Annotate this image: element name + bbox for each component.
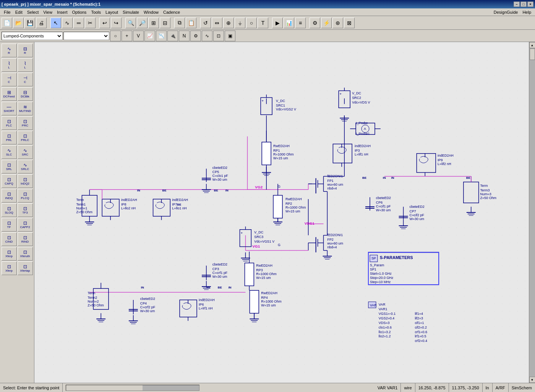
title-bar-controls[interactable]: – □ ×: [514, 2, 533, 7]
zoom-in-button[interactable]: 🔍: [125, 18, 136, 28]
delete-button[interactable]: ✂: [85, 18, 96, 28]
sidebar-item-l1[interactable]: ⌇ L: [2, 58, 17, 72]
scroll-track[interactable]: [529, 48, 535, 377]
sidebar-item-srlc[interactable]: ∿ SRLC: [18, 160, 33, 173]
comp-name-btn[interactable]: N: [179, 31, 190, 41]
print-button[interactable]: 🖨: [36, 18, 47, 28]
menu-cadence[interactable]: Cadence: [161, 9, 182, 15]
rotate-button[interactable]: ↺: [200, 18, 211, 28]
sidebar-item-cind[interactable]: ⊡ CIND: [2, 232, 17, 246]
sidebar-item-dcblk[interactable]: ⊟ DCBlk: [18, 87, 33, 101]
sidebar-item-prlc[interactable]: ⊡ PRLC: [18, 131, 33, 144]
sidebar-item-rind[interactable]: ⊡ RIND: [18, 232, 33, 246]
simulate-button[interactable]: ▶: [272, 18, 283, 28]
restore-button[interactable]: □: [520, 2, 527, 7]
menu-window[interactable]: Window: [141, 9, 161, 15]
data-display-button[interactable]: 📊: [284, 18, 294, 28]
menu-view[interactable]: View: [41, 9, 55, 15]
close-button[interactable]: ×: [527, 2, 533, 7]
scroll-down-button[interactable]: ▼: [529, 377, 535, 383]
open-button[interactable]: 📂: [13, 18, 24, 28]
sidebar-item-prl[interactable]: ⊡ PRL: [2, 131, 17, 144]
schematic-svg[interactable]: V_DC SRC1 Vdc=VGS2 V + V_DC SRC2 Vdc=VDS…: [34, 42, 529, 383]
redo-button[interactable]: ↪: [111, 18, 122, 28]
zoom-out-button[interactable]: 🔎: [137, 18, 148, 28]
sidebar-item-indq2[interactable]: ⊡ InDQ2: [18, 174, 33, 188]
sidebar-item-dcfeed[interactable]: ⊞ DCFeed: [2, 87, 17, 101]
comp-var-btn[interactable]: V: [133, 31, 144, 41]
comp-gear-btn[interactable]: ⚙: [190, 31, 201, 41]
sidebar-item-r1[interactable]: ∿ R: [2, 44, 17, 57]
sidebar-item-srl[interactable]: ⊡ SRL: [2, 160, 17, 173]
inductor2-icon: ⌇: [24, 61, 26, 66]
status-bar: Select: Enter the starting point VAR VAR…: [0, 383, 535, 392]
text-button[interactable]: T: [258, 18, 268, 28]
sidebar-item-c2[interactable]: ⊣ C: [18, 73, 33, 86]
bus-button[interactable]: ═: [73, 18, 84, 28]
select-button[interactable]: ↖: [50, 18, 61, 28]
zoom-region-button[interactable]: ⊟: [160, 18, 170, 28]
scroll-up-button[interactable]: ▲: [529, 42, 535, 48]
menu-designguide[interactable]: DesignGuide: [491, 9, 520, 15]
tool2-button[interactable]: ⚡: [321, 18, 332, 28]
minimize-button[interactable]: –: [514, 2, 520, 7]
sidebar-item-indq[interactable]: ⊡ INDQ: [2, 189, 17, 202]
sidebar-item-prc[interactable]: ⊡ PRC: [18, 116, 33, 130]
menu-simulate[interactable]: Simulate: [120, 9, 141, 15]
sidebar-item-xfertap[interactable]: ⊡ Xfertap: [18, 261, 33, 275]
menu-tools[interactable]: Tools: [89, 9, 103, 15]
sidebar-item-plcq[interactable]: ⊡ PLCQ: [18, 189, 33, 202]
new-button[interactable]: 📄: [2, 18, 12, 28]
netlist-button[interactable]: ≡: [295, 18, 306, 28]
sidebar-item-capq[interactable]: ⊡ CAPQ: [2, 174, 17, 188]
comp-wave-btn[interactable]: ∿: [202, 31, 212, 41]
ground-button[interactable]: ⏚: [235, 18, 245, 28]
scroll-thumb[interactable]: [530, 49, 535, 60]
copy-button[interactable]: ⧉: [174, 18, 185, 28]
subcategory-select[interactable]: [63, 32, 109, 40]
vertical-scrollbar[interactable]: ▲ ▼: [529, 42, 535, 383]
save-button[interactable]: 💾: [24, 18, 35, 28]
comp-plot-btn[interactable]: 📉: [156, 31, 167, 41]
wire-button[interactable]: ∿: [62, 18, 73, 28]
sidebar-item-xferp[interactable]: ⊡ Xferp: [2, 247, 17, 261]
zoom-fit-button[interactable]: ⊞: [148, 18, 159, 28]
component-button[interactable]: ⊕: [223, 18, 234, 28]
sidebar-item-xferuth[interactable]: ⊡ Xferuth: [18, 247, 33, 261]
category-select[interactable]: Lumped-Components: [2, 32, 63, 40]
sidebar-item-l2[interactable]: ⌇ L: [18, 58, 33, 72]
port-button[interactable]: ○: [246, 18, 257, 28]
mirror-button[interactable]: ⇔: [212, 18, 222, 28]
menu-help[interactable]: Help: [520, 9, 533, 15]
tool1-button[interactable]: ⚙: [310, 18, 320, 28]
sidebar-item-tf[interactable]: ⊡ TF: [2, 218, 17, 232]
schematic-canvas[interactable]: V_DC SRC1 Vdc=VGS2 V + V_DC SRC2 Vdc=VDS…: [34, 42, 529, 383]
menu-layout[interactable]: Layout: [103, 9, 120, 15]
comp-draw-btn[interactable]: ○: [110, 31, 121, 41]
comp-wire-btn[interactable]: +: [122, 31, 132, 41]
menu-options[interactable]: Options: [70, 9, 89, 15]
sidebar-item-r2[interactable]: ⊟ R: [18, 44, 33, 57]
menu-insert[interactable]: Insert: [55, 9, 70, 15]
menu-edit[interactable]: Edit: [13, 9, 25, 15]
sidebar-item-plc[interactable]: ⊡ PLC: [2, 116, 17, 130]
sidebar-item-slc[interactable]: ∿ SLC: [2, 145, 17, 159]
sidebar-item-capp2[interactable]: ⊡ CAPP2: [18, 218, 33, 232]
sidebar-item-short[interactable]: — SHORT: [2, 102, 17, 115]
sidebar-item-sloq[interactable]: ⊡ SLOQ: [2, 203, 17, 217]
sidebar-item-xferp2[interactable]: ⊡ Xferp: [2, 261, 17, 275]
comp-scope-btn[interactable]: ⊡: [213, 31, 224, 41]
comp-chip-btn[interactable]: ▣: [225, 31, 235, 41]
menu-file[interactable]: File: [2, 9, 13, 15]
comp-chart-btn[interactable]: 📈: [144, 31, 155, 41]
menu-select[interactable]: Select: [25, 9, 41, 15]
sidebar-item-src[interactable]: ∿ SRC: [18, 145, 33, 159]
sidebar-item-mutind[interactable]: ≋ MUTIND: [18, 102, 33, 115]
sidebar-item-c1[interactable]: ⊣ C: [2, 73, 17, 86]
sidebar-item-tf3[interactable]: ⊡ TF3: [18, 203, 33, 217]
comp-probe-btn[interactable]: 🔌: [167, 31, 178, 41]
paste-button[interactable]: 📋: [186, 18, 196, 28]
undo-button[interactable]: ↩: [99, 18, 110, 28]
tool4-button[interactable]: ⊠: [344, 18, 355, 28]
tool3-button[interactable]: ⊛: [332, 18, 343, 28]
